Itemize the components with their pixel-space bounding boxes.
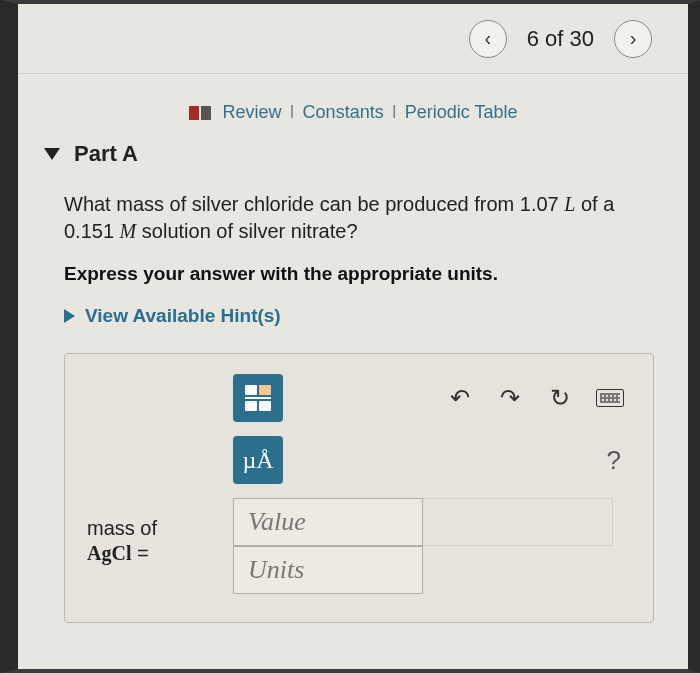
keyboard-icon [596, 389, 624, 407]
next-button[interactable]: › [614, 20, 652, 58]
hints-label: View Available Hint(s) [85, 305, 281, 327]
separator: I [392, 102, 397, 123]
prev-button[interactable]: ‹ [469, 20, 507, 58]
part-title: Part A [74, 141, 138, 167]
undo-button[interactable]: ↶ [439, 374, 481, 422]
equation-toolbar: ↶ ↷ ↻ [233, 374, 631, 422]
reset-icon: ↻ [550, 384, 570, 412]
input-col: ↶ ↷ ↻ µÅ ? V [233, 374, 631, 594]
top-nav: ‹ 6 of 30 › [18, 4, 688, 74]
instruction-text: Express your answer with the appropriate… [18, 255, 688, 295]
caret-right-icon [64, 309, 75, 323]
reset-button[interactable]: ↻ [539, 374, 581, 422]
help-button[interactable]: ? [597, 445, 631, 476]
answer-box: mass of AgCl = ↶ ↷ [64, 353, 654, 623]
app-frame: ‹ 6 of 30 › Review I Constants I Periodi… [0, 0, 700, 673]
chevron-left-icon: ‹ [484, 27, 491, 50]
fraction-template-button[interactable] [233, 374, 283, 422]
chevron-right-icon: › [630, 27, 637, 50]
fraction-icon [245, 385, 271, 411]
redo-button[interactable]: ↷ [489, 374, 531, 422]
question-text: What mass of silver chloride can be prod… [18, 167, 688, 255]
part-header[interactable]: Part A [18, 133, 688, 167]
units-input[interactable]: Units [233, 546, 423, 594]
value-input[interactable]: Value [233, 498, 423, 546]
review-link[interactable]: Review [223, 102, 282, 123]
equation-toolbar-row2: µÅ ? [233, 436, 631, 484]
page-counter: 6 of 30 [527, 26, 594, 52]
hints-toggle[interactable]: View Available Hint(s) [18, 295, 688, 345]
constants-link[interactable]: Constants [303, 102, 384, 123]
keyboard-button[interactable] [589, 374, 631, 422]
mu-angstrom-icon: µÅ [242, 447, 273, 474]
value-input-ext [423, 498, 613, 546]
variable-label-col: mass of AgCl = [87, 374, 207, 594]
redo-icon: ↷ [500, 384, 520, 412]
separator: I [290, 102, 295, 123]
undo-icon: ↶ [450, 384, 470, 412]
special-chars-button[interactable]: µÅ [233, 436, 283, 484]
answer-inputs: Value Units [233, 498, 631, 594]
periodic-table-link[interactable]: Periodic Table [405, 102, 518, 123]
caret-down-icon [44, 148, 60, 160]
variable-label: mass of AgCl = [87, 516, 157, 566]
flag-icon [189, 106, 211, 120]
resource-links: Review I Constants I Periodic Table [18, 74, 688, 133]
